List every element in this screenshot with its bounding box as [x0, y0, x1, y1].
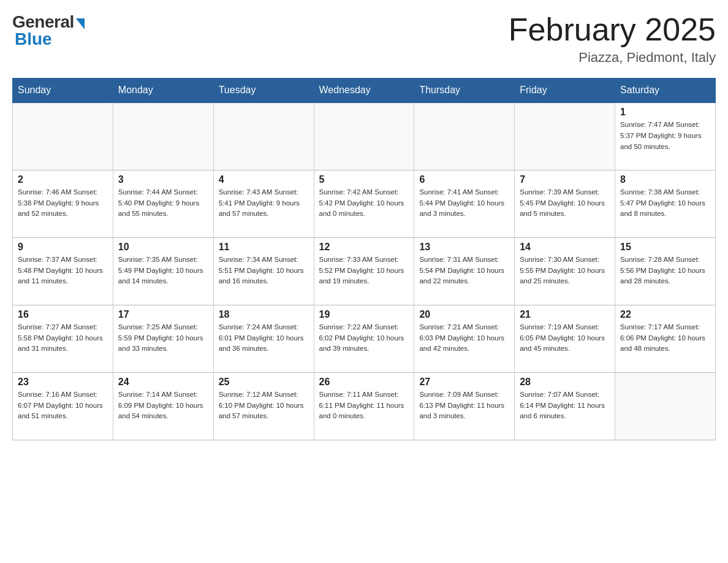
table-row: 13Sunrise: 7:31 AM Sunset: 5:54 PM Dayli…	[414, 237, 515, 305]
day-info: Sunrise: 7:43 AM Sunset: 5:41 PM Dayligh…	[219, 187, 309, 220]
day-number: 25	[219, 377, 309, 388]
day-info: Sunrise: 7:24 AM Sunset: 6:01 PM Dayligh…	[219, 322, 309, 354]
col-friday: Friday	[515, 79, 615, 103]
day-number: 5	[319, 174, 409, 185]
table-row	[615, 372, 716, 440]
table-row: 3Sunrise: 7:44 AM Sunset: 5:40 PM Daylig…	[113, 170, 213, 237]
table-row: 9Sunrise: 7:37 AM Sunset: 5:48 PM Daylig…	[13, 237, 113, 305]
day-number: 18	[219, 309, 309, 320]
calendar-header-row: Sunday Monday Tuesday Wednesday Thursday…	[13, 79, 716, 103]
day-number: 8	[620, 174, 710, 185]
table-row: 8Sunrise: 7:38 AM Sunset: 5:47 PM Daylig…	[615, 170, 716, 237]
day-info: Sunrise: 7:14 AM Sunset: 6:09 PM Dayligh…	[118, 389, 208, 422]
day-info: Sunrise: 7:16 AM Sunset: 6:07 PM Dayligh…	[18, 389, 108, 422]
col-wednesday: Wednesday	[314, 79, 414, 103]
calendar-week-row: 2Sunrise: 7:46 AM Sunset: 5:38 PM Daylig…	[13, 170, 716, 237]
day-info: Sunrise: 7:39 AM Sunset: 5:45 PM Dayligh…	[520, 187, 610, 220]
day-info: Sunrise: 7:35 AM Sunset: 5:49 PM Dayligh…	[118, 255, 208, 287]
day-info: Sunrise: 7:37 AM Sunset: 5:48 PM Dayligh…	[18, 255, 108, 287]
day-number: 2	[18, 174, 108, 185]
calendar-week-row: 9Sunrise: 7:37 AM Sunset: 5:48 PM Daylig…	[13, 237, 716, 305]
col-tuesday: Tuesday	[213, 79, 314, 103]
calendar-week-row: 16Sunrise: 7:27 AM Sunset: 5:58 PM Dayli…	[13, 305, 716, 372]
table-row: 2Sunrise: 7:46 AM Sunset: 5:38 PM Daylig…	[13, 170, 113, 237]
table-row: 19Sunrise: 7:22 AM Sunset: 6:02 PM Dayli…	[314, 305, 414, 372]
table-row: 28Sunrise: 7:07 AM Sunset: 6:14 PM Dayli…	[515, 372, 615, 440]
month-title: February 2025	[509, 12, 716, 47]
day-number: 9	[18, 242, 108, 253]
day-info: Sunrise: 7:28 AM Sunset: 5:56 PM Dayligh…	[620, 255, 710, 287]
day-number: 16	[18, 309, 108, 320]
day-number: 21	[520, 309, 610, 320]
day-number: 17	[118, 309, 208, 320]
col-sunday: Sunday	[13, 79, 113, 103]
page-header: General Blue February 2025 Piazza, Piedm…	[12, 12, 716, 66]
day-info: Sunrise: 7:11 AM Sunset: 6:11 PM Dayligh…	[319, 389, 409, 422]
table-row: 25Sunrise: 7:12 AM Sunset: 6:10 PM Dayli…	[213, 372, 314, 440]
calendar-table: Sunday Monday Tuesday Wednesday Thursday…	[12, 78, 716, 440]
day-number: 4	[219, 174, 309, 185]
table-row: 21Sunrise: 7:19 AM Sunset: 6:05 PM Dayli…	[515, 305, 615, 372]
table-row: 4Sunrise: 7:43 AM Sunset: 5:41 PM Daylig…	[213, 170, 314, 237]
table-row: 18Sunrise: 7:24 AM Sunset: 6:01 PM Dayli…	[213, 305, 314, 372]
day-number: 7	[520, 174, 610, 185]
logo-arrow-icon	[76, 18, 85, 29]
day-info: Sunrise: 7:33 AM Sunset: 5:52 PM Dayligh…	[319, 255, 409, 287]
table-row: 22Sunrise: 7:17 AM Sunset: 6:06 PM Dayli…	[615, 305, 716, 372]
day-number: 27	[419, 377, 509, 388]
day-info: Sunrise: 7:34 AM Sunset: 5:51 PM Dayligh…	[219, 255, 309, 287]
logo-blue-text: Blue	[15, 29, 52, 49]
day-number: 22	[620, 309, 710, 320]
day-info: Sunrise: 7:21 AM Sunset: 6:03 PM Dayligh…	[419, 322, 509, 354]
day-info: Sunrise: 7:17 AM Sunset: 6:06 PM Dayligh…	[620, 322, 710, 354]
day-info: Sunrise: 7:07 AM Sunset: 6:14 PM Dayligh…	[520, 389, 610, 422]
table-row	[515, 102, 615, 170]
table-row: 6Sunrise: 7:41 AM Sunset: 5:44 PM Daylig…	[414, 170, 515, 237]
day-info: Sunrise: 7:19 AM Sunset: 6:05 PM Dayligh…	[520, 322, 610, 354]
table-row: 1Sunrise: 7:47 AM Sunset: 5:37 PM Daylig…	[615, 102, 716, 170]
col-saturday: Saturday	[615, 79, 716, 103]
day-info: Sunrise: 7:31 AM Sunset: 5:54 PM Dayligh…	[419, 255, 509, 287]
day-number: 10	[118, 242, 208, 253]
calendar-week-row: 23Sunrise: 7:16 AM Sunset: 6:07 PM Dayli…	[13, 372, 716, 440]
table-row: 11Sunrise: 7:34 AM Sunset: 5:51 PM Dayli…	[213, 237, 314, 305]
day-info: Sunrise: 7:44 AM Sunset: 5:40 PM Dayligh…	[118, 187, 208, 220]
day-number: 26	[319, 377, 409, 388]
table-row: 12Sunrise: 7:33 AM Sunset: 5:52 PM Dayli…	[314, 237, 414, 305]
day-number: 13	[419, 242, 509, 253]
table-row: 5Sunrise: 7:42 AM Sunset: 5:42 PM Daylig…	[314, 170, 414, 237]
table-row: 17Sunrise: 7:25 AM Sunset: 5:59 PM Dayli…	[113, 305, 213, 372]
table-row	[314, 102, 414, 170]
table-row: 24Sunrise: 7:14 AM Sunset: 6:09 PM Dayli…	[113, 372, 213, 440]
table-row: 14Sunrise: 7:30 AM Sunset: 5:55 PM Dayli…	[515, 237, 615, 305]
table-row: 27Sunrise: 7:09 AM Sunset: 6:13 PM Dayli…	[414, 372, 515, 440]
table-row: 15Sunrise: 7:28 AM Sunset: 5:56 PM Dayli…	[615, 237, 716, 305]
day-number: 23	[18, 377, 108, 388]
day-info: Sunrise: 7:30 AM Sunset: 5:55 PM Dayligh…	[520, 255, 610, 287]
title-section: February 2025 Piazza, Piedmont, Italy	[509, 12, 716, 66]
logo: General Blue	[12, 12, 85, 49]
day-info: Sunrise: 7:12 AM Sunset: 6:10 PM Dayligh…	[219, 389, 309, 422]
table-row: 7Sunrise: 7:39 AM Sunset: 5:45 PM Daylig…	[515, 170, 615, 237]
table-row	[13, 102, 113, 170]
day-info: Sunrise: 7:09 AM Sunset: 6:13 PM Dayligh…	[419, 389, 509, 422]
table-row	[414, 102, 515, 170]
day-number: 24	[118, 377, 208, 388]
day-info: Sunrise: 7:47 AM Sunset: 5:37 PM Dayligh…	[620, 120, 710, 152]
day-number: 1	[620, 107, 710, 118]
day-info: Sunrise: 7:27 AM Sunset: 5:58 PM Dayligh…	[18, 322, 108, 354]
day-info: Sunrise: 7:38 AM Sunset: 5:47 PM Dayligh…	[620, 187, 710, 220]
day-number: 20	[419, 309, 509, 320]
day-number: 15	[620, 242, 710, 253]
col-thursday: Thursday	[414, 79, 515, 103]
calendar-week-row: 1Sunrise: 7:47 AM Sunset: 5:37 PM Daylig…	[13, 102, 716, 170]
table-row: 20Sunrise: 7:21 AM Sunset: 6:03 PM Dayli…	[414, 305, 515, 372]
day-info: Sunrise: 7:41 AM Sunset: 5:44 PM Dayligh…	[419, 187, 509, 220]
day-number: 12	[319, 242, 409, 253]
day-info: Sunrise: 7:42 AM Sunset: 5:42 PM Dayligh…	[319, 187, 409, 220]
day-number: 6	[419, 174, 509, 185]
day-number: 19	[319, 309, 409, 320]
table-row: 23Sunrise: 7:16 AM Sunset: 6:07 PM Dayli…	[13, 372, 113, 440]
day-number: 14	[520, 242, 610, 253]
day-info: Sunrise: 7:25 AM Sunset: 5:59 PM Dayligh…	[118, 322, 208, 354]
